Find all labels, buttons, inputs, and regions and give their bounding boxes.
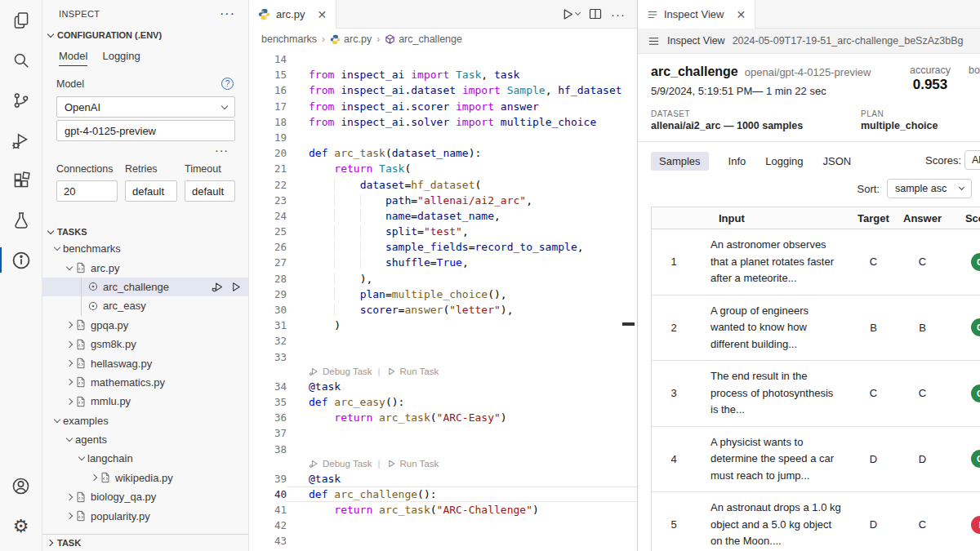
sample-row-1[interactable]: 1An astronomer observes that a planet ro… — [652, 229, 980, 295]
task-section-header[interactable]: TASK — [42, 534, 248, 551]
param-connections: Connections — [56, 163, 118, 202]
sidebar-more-button[interactable]: ··· — [220, 7, 235, 21]
sample-row-2[interactable]: 2A group of engineers wanted to know how… — [652, 295, 980, 362]
codelens-debug-link[interactable]: Debug Task — [323, 457, 372, 471]
sample-row-3[interactable]: 3The end result in the process of photos… — [652, 361, 980, 427]
extensions-icon[interactable] — [0, 160, 42, 200]
code-line-36[interactable]: 36 return arc_task("ARC-Easy") — [249, 410, 637, 425]
breadcrumb-arc-py[interactable]: arc.py — [330, 33, 372, 45]
log-file-name[interactable]: 2024-05-09T17-19-51_arc-challenge_beSzAz… — [733, 35, 964, 47]
code-line-28[interactable]: 28 ), — [249, 271, 637, 287]
tree-item-mathematics-py[interactable]: mathematics.py — [42, 373, 248, 392]
code-line-15[interactable]: 15from inspect_ai import Task, task — [249, 67, 637, 82]
code-line-16[interactable]: 16from inspect_ai.dataset import Sample,… — [249, 82, 637, 98]
codelens-run-link[interactable]: Run Task — [400, 365, 439, 379]
explorer-icon[interactable] — [0, 0, 42, 40]
code-line-35[interactable]: 35def arc_easy(): — [249, 394, 637, 410]
code-line-19[interactable]: 19 — [249, 130, 637, 145]
run-task-icon[interactable] — [229, 281, 242, 293]
breadcrumb-arc-challenge[interactable]: arc_challenge — [385, 33, 462, 45]
menu-icon[interactable] — [648, 35, 660, 47]
split-editor-icon[interactable] — [589, 7, 602, 20]
code-line-37[interactable]: 37 — [249, 425, 637, 441]
codelens-run-link[interactable]: Run Task — [400, 457, 439, 471]
inspect-view-tab[interactable]: Inspect View ✕ — [638, 0, 755, 29]
configuration-section-header[interactable]: CONFIGURATION (.ENV) — [42, 28, 248, 42]
inspect-extension-icon[interactable] — [0, 240, 42, 280]
code-line-23[interactable]: 23 path="allenai/ai2_arc", — [249, 193, 637, 208]
code-line-42[interactable]: 42 — [249, 518, 637, 533]
tree-item-biology_qa-py[interactable]: biology_qa.py — [42, 487, 248, 506]
code-line-21[interactable]: 21 return Task( — [249, 161, 637, 176]
account-icon[interactable] — [0, 466, 42, 506]
tree-item-wikipedia-py[interactable]: wikipedia.py — [42, 469, 248, 487]
search-icon[interactable] — [0, 40, 42, 80]
tab-logging[interactable]: Logging — [765, 155, 803, 167]
code-line-34[interactable]: 34@task — [249, 379, 637, 394]
tree-item-arc_challenge[interactable]: arc_challenge — [42, 278, 248, 296]
codelens-row[interactable]: Debug Task|Run Task — [249, 365, 637, 379]
code-line-40[interactable]: 40def arc_challenge(): — [249, 487, 637, 502]
breadcrumb-benchmarks[interactable]: benchmarks — [261, 33, 317, 45]
tab-info[interactable]: Info — [728, 155, 746, 167]
tree-item-gpqa-py[interactable]: gpqa.py — [42, 316, 248, 335]
tab-model[interactable]: Model — [59, 50, 87, 66]
close-icon[interactable]: ✕ — [317, 8, 327, 21]
tree-item-popularity-py[interactable]: popularity.py — [42, 506, 248, 525]
code-line-43[interactable]: 43 — [249, 533, 637, 549]
tab-json[interactable]: JSON — [823, 155, 852, 167]
sample-row-5[interactable]: 5An astronaut drops a 1.0 kg object and … — [652, 492, 980, 551]
codelens-debug-link[interactable]: Debug Task — [323, 365, 372, 379]
sample-row-4[interactable]: 4A physicist wants to determine the spee… — [652, 427, 980, 493]
testing-beaker-icon[interactable] — [0, 200, 42, 240]
code-line-41[interactable]: 41 return arc_task("ARC-Challenge") — [249, 502, 637, 518]
code-line-30[interactable]: 30 scorer=answer("letter"), — [249, 302, 637, 318]
code-line-17[interactable]: 17from inspect_ai.scorer import answer — [249, 99, 637, 114]
tree-item-arc-py[interactable]: arc.py — [42, 258, 248, 277]
run-debug-icon[interactable] — [0, 120, 42, 160]
code-line-22[interactable]: 22 dataset=hf_dataset( — [249, 177, 637, 193]
timeout-input[interactable] — [192, 185, 228, 198]
code-line-20[interactable]: 20def arc_task(dataset_name): — [249, 145, 637, 161]
code-line-33[interactable]: 33 — [249, 349, 637, 365]
tree-item-langchain[interactable]: langchain — [42, 449, 248, 468]
more-actions-icon[interactable]: ··· — [611, 7, 626, 21]
tree-item-gsm8k-py[interactable]: gsm8k.py — [42, 335, 248, 353]
code-line-26[interactable]: 26 sample_fields=record_to_sample, — [249, 239, 637, 255]
settings-gear-icon[interactable]: ⚙ — [0, 506, 42, 546]
retries-input[interactable] — [132, 185, 170, 198]
scores-select[interactable]: All — [964, 150, 980, 170]
codelens-row[interactable]: Debug Task|Run Task — [249, 457, 637, 471]
close-icon[interactable]: ✕ — [736, 8, 746, 21]
help-icon[interactable]: ? — [221, 78, 234, 90]
code-line-38[interactable]: 38 — [249, 442, 637, 457]
run-python-file-button[interactable] — [560, 7, 580, 21]
model-more-button[interactable]: ··· — [215, 144, 229, 157]
code-line-29[interactable]: 29 plan=multiple_choice(), — [249, 287, 637, 302]
tree-item-mmlu-py[interactable]: mmlu.py — [42, 392, 248, 411]
code-line-39[interactable]: 39@task — [249, 471, 637, 487]
code-line-27[interactable]: 27 shuffle=True, — [249, 255, 637, 270]
provider-select[interactable]: OpenAI — [56, 96, 235, 118]
tree-item-benchmarks[interactable]: benchmarks — [42, 239, 248, 258]
tab-logging[interactable]: Logging — [102, 50, 140, 66]
tab-samples[interactable]: Samples — [651, 152, 709, 171]
tree-item-agents[interactable]: agents — [42, 430, 248, 449]
code-line-24[interactable]: 24 name=dataset_name, — [249, 208, 637, 224]
tree-item-hellaswag-py[interactable]: hellaswag.py — [42, 353, 248, 372]
debug-task-icon[interactable] — [212, 281, 224, 293]
source-control-icon[interactable] — [0, 80, 42, 120]
code-editor[interactable]: 1415from inspect_ai import Task, task16f… — [249, 50, 637, 549]
code-line-18[interactable]: 18from inspect_ai.solver import multiple… — [249, 114, 637, 130]
sort-select[interactable]: sample asc — [887, 179, 972, 198]
code-line-25[interactable]: 25 split="test", — [249, 224, 637, 239]
code-line-14[interactable]: 14 — [249, 51, 637, 67]
tasks-section-header[interactable]: TASKS — [42, 224, 248, 239]
editor-tab-arc-py[interactable]: arc.py ✕ — [249, 0, 336, 29]
tree-item-arc_easy[interactable]: arc_easy — [42, 296, 248, 315]
code-line-31[interactable]: 31 ) — [249, 318, 637, 333]
model-name-input[interactable] — [65, 125, 227, 137]
code-line-32[interactable]: 32 — [249, 333, 637, 349]
tree-item-examples[interactable]: examples — [42, 411, 248, 430]
connections-input[interactable] — [64, 185, 110, 198]
